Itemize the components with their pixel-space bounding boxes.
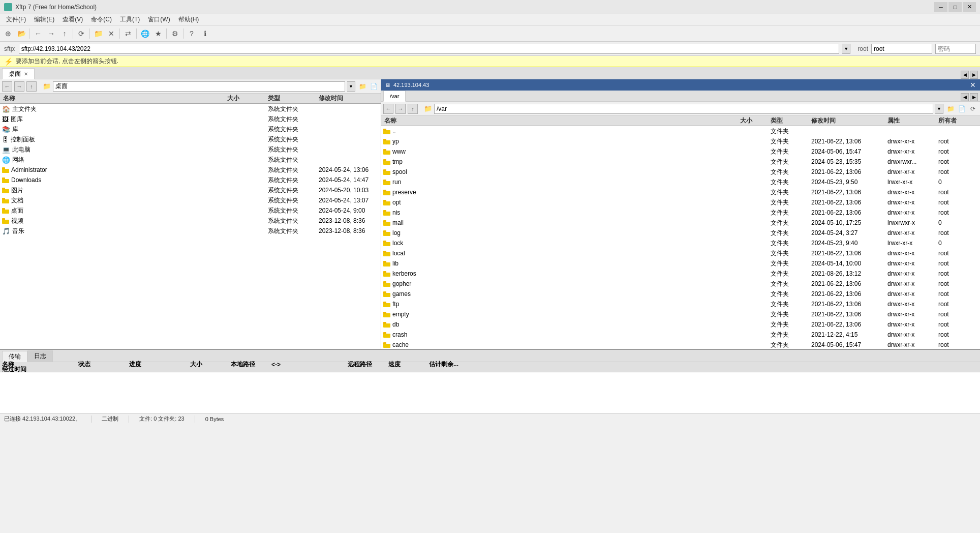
tab-nav-left[interactable]: ◀	[961, 71, 969, 79]
list-item[interactable]: log文件夹2024-05-24, 3:27drwxr-xr-xroot	[381, 228, 980, 238]
list-item[interactable]: mail文件夹2024-05-10, 17:25lrwxrwxr-x0	[381, 218, 980, 228]
file-owner: root	[937, 270, 978, 277]
right-refresh[interactable]: ⟳	[968, 104, 978, 114]
list-item[interactable]: 🖼图库系统文件夹	[0, 114, 381, 124]
remote-tab-nav-left[interactable]: ◀	[961, 93, 969, 101]
list-item[interactable]: tmp文件夹2024-05-23, 15:35drwxrwxr...root	[381, 157, 980, 167]
left-path-input[interactable]	[53, 81, 345, 92]
list-item[interactable]: spool文件夹2021-06-22, 13:06drwxr-xr-xroot	[381, 167, 980, 177]
remote-tab-var[interactable]: /var	[383, 91, 406, 102]
tb-open[interactable]: 📂	[15, 27, 27, 40]
tb-settings[interactable]: ⚙	[169, 27, 181, 40]
list-item[interactable]: cache文件夹2024-05-06, 15:47drwxr-xr-xroot	[381, 340, 980, 349]
list-item[interactable]: 🎵音乐系统文件夹2023-12-08, 8:36	[0, 226, 381, 236]
left-path-dropdown[interactable]: ▼	[347, 81, 355, 92]
list-item[interactable]: 🌐网络系统文件夹	[0, 155, 381, 165]
menu-file[interactable]: 文件(F)	[2, 14, 30, 25]
list-item[interactable]: 📚库系统文件夹	[0, 124, 381, 134]
list-item[interactable]: nis文件夹2021-06-22, 13:06drwxr-xr-xroot	[381, 208, 980, 218]
right-col-attr[interactable]: 属性	[886, 116, 937, 125]
right-col-owner[interactable]: 所有者	[937, 116, 978, 125]
list-item[interactable]: 视频系统文件夹2023-12-08, 8:36	[0, 216, 381, 226]
menu-window[interactable]: 窗口(W)	[144, 14, 174, 25]
left-col-modified[interactable]: 修改时间	[318, 94, 379, 103]
close-button[interactable]: ✕	[963, 2, 976, 12]
tb-new-folder[interactable]: 📁	[92, 27, 104, 40]
address-input[interactable]	[19, 44, 840, 54]
list-item[interactable]: lock文件夹2024-05-23, 9:40lrwxr-xr-x0	[381, 238, 980, 248]
right-path-input[interactable]	[434, 104, 933, 114]
list-item[interactable]: 桌面系统文件夹2024-05-24, 9:00	[0, 205, 381, 216]
list-item[interactable]: run文件夹2024-05-23, 9:50lrwxr-xr-x0	[381, 177, 980, 187]
tb-about[interactable]: ℹ	[199, 27, 211, 40]
tb-bookmark[interactable]: ★	[152, 27, 164, 40]
left-up-btn[interactable]: ↑	[26, 81, 37, 92]
left-col-size[interactable]: 大小	[226, 94, 267, 103]
tb-back[interactable]: ←	[32, 27, 44, 40]
list-item[interactable]: empty文件夹2021-06-22, 13:06drwxr-xr-xroot	[381, 309, 980, 319]
right-col-type[interactable]: 类型	[770, 116, 810, 125]
list-item[interactable]: www文件夹2024-05-06, 15:47drwxr-xr-xroot	[381, 146, 980, 157]
list-item[interactable]: ftp文件夹2021-06-22, 13:06drwxr-xr-xroot	[381, 299, 980, 309]
left-folder-icon: 📁	[43, 82, 51, 90]
list-item[interactable]: gopher文件夹2021-06-22, 13:06drwxr-xr-xroot	[381, 279, 980, 289]
local-tab-close[interactable]: ✕	[24, 71, 28, 77]
tb-up[interactable]: ↑	[58, 27, 71, 40]
tb-forward[interactable]: →	[45, 27, 57, 40]
file-name-text: ..	[392, 128, 396, 135]
menu-view[interactable]: 查看(V)	[58, 14, 87, 25]
tb-delete[interactable]: ✕	[105, 27, 117, 40]
tb-site-manager[interactable]: 🌐	[139, 27, 151, 40]
right-forward-btn[interactable]: →	[395, 104, 406, 114]
right-col-size[interactable]: 大小	[739, 116, 770, 125]
tb-transfer[interactable]: ⇄	[122, 27, 134, 40]
list-item[interactable]: preserve文件夹2021-06-22, 13:06drwxr-xr-xro…	[381, 187, 980, 197]
password-input[interactable]	[935, 44, 976, 54]
right-col-name[interactable]: 名称	[383, 116, 739, 125]
list-item[interactable]: lib文件夹2024-05-14, 10:00drwxr-xr-xroot	[381, 258, 980, 269]
svg-rect-21	[383, 169, 386, 171]
right-path-dropdown[interactable]: ▼	[935, 104, 943, 114]
list-item[interactable]: yp文件夹2021-06-22, 13:06drwxr-xr-xroot	[381, 136, 980, 146]
left-back-btn[interactable]: ←	[2, 81, 12, 92]
list-item[interactable]: kerberos文件夹2021-08-26, 13:12drwxr-xr-xro…	[381, 269, 980, 279]
restore-button[interactable]: □	[948, 2, 962, 12]
left-new-file[interactable]: 📄	[369, 81, 379, 92]
remote-tab-nav-right[interactable]: ▶	[970, 93, 978, 101]
menu-command[interactable]: 命令(C)	[87, 14, 116, 25]
left-new-folder[interactable]: 📁	[357, 81, 368, 92]
tb-new-session[interactable]: ⊕	[2, 27, 14, 40]
tab-nav-right[interactable]: ▶	[970, 71, 978, 79]
list-item[interactable]: crash文件夹2021-12-22, 4:15drwxr-xr-xroot	[381, 330, 980, 340]
local-tab-desktop[interactable]: 桌面 ✕	[2, 68, 35, 79]
remote-close-btn[interactable]: ✕	[970, 81, 976, 89]
left-forward-btn[interactable]: →	[14, 81, 24, 92]
list-item[interactable]: 🎛控制面板系统文件夹	[0, 134, 381, 144]
list-item[interactable]: 💻此电脑系统文件夹	[0, 144, 381, 155]
tb-refresh[interactable]: ⟳	[75, 27, 87, 40]
menu-edit[interactable]: 编辑(E)	[30, 14, 58, 25]
menu-help[interactable]: 帮助(H)	[174, 14, 203, 25]
right-new-file[interactable]: 📄	[957, 104, 967, 114]
list-item[interactable]: db文件夹2021-06-22, 13:06drwxr-xr-xroot	[381, 319, 980, 330]
right-col-modified[interactable]: 修改时间	[810, 116, 886, 125]
menu-tools[interactable]: 工具(T)	[116, 14, 144, 25]
left-col-type[interactable]: 类型	[267, 94, 318, 103]
list-item[interactable]: local文件夹2021-06-22, 13:06drwxr-xr-xroot	[381, 248, 980, 258]
right-up-btn[interactable]: ↑	[408, 104, 418, 114]
list-item[interactable]: Administrator系统文件夹2024-05-24, 13:06	[0, 165, 381, 175]
right-new-folder[interactable]: 📁	[945, 104, 956, 114]
list-item[interactable]: opt文件夹2021-06-22, 13:06drwxr-xr-xroot	[381, 197, 980, 208]
list-item[interactable]: Downloads系统文件夹2024-05-24, 14:47	[0, 175, 381, 185]
left-col-name[interactable]: 名称	[2, 94, 226, 103]
right-back-btn[interactable]: ←	[383, 104, 393, 114]
minimize-button[interactable]: ─	[934, 2, 947, 12]
list-item[interactable]: 🏠主文件夹系统文件夹	[0, 104, 381, 114]
tb-help[interactable]: ?	[186, 27, 198, 40]
list-item[interactable]: ..文件夹	[381, 126, 980, 136]
list-item[interactable]: games文件夹2021-06-22, 13:06drwxr-xr-xroot	[381, 289, 980, 299]
username-input[interactable]	[871, 44, 932, 54]
list-item[interactable]: 文档系统文件夹2024-05-24, 13:07	[0, 195, 381, 205]
list-item[interactable]: 图片系统文件夹2024-05-20, 10:03	[0, 185, 381, 195]
addr-dropdown[interactable]: ▼	[842, 44, 850, 54]
